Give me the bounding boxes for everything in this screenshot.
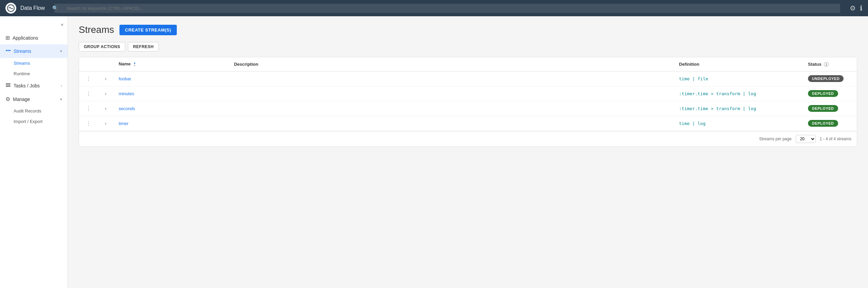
stream-name-link[interactable]: foobar bbox=[119, 76, 131, 81]
stream-name-link[interactable]: minutes bbox=[119, 91, 134, 96]
row-expand-button[interactable]: › bbox=[103, 75, 108, 82]
page-header: Streams CREATE STREAM(S) bbox=[79, 24, 857, 35]
sidebar-collapse-button[interactable]: « bbox=[0, 19, 68, 30]
row-name-cell: seconds bbox=[113, 101, 229, 116]
per-page-label: Streams per page bbox=[759, 137, 791, 141]
row-status-cell: DEPLOYED bbox=[803, 101, 857, 116]
stream-name-link[interactable]: timer bbox=[119, 121, 129, 126]
pagination-info: 1 - 4 of 4 streams bbox=[820, 137, 851, 141]
search-icon: 🔍 bbox=[52, 5, 58, 11]
row-actions-button[interactable]: ⋮ bbox=[84, 75, 93, 83]
status-badge: DEPLOYED bbox=[808, 120, 838, 127]
sidebar-item-audit-records[interactable]: Audit Records bbox=[0, 106, 68, 116]
search-input[interactable] bbox=[54, 4, 840, 13]
streams-table: Name ▲ ▼ Description Definition bbox=[79, 57, 857, 131]
sidebar-import-export-label: Import / Export bbox=[14, 119, 42, 124]
row-expand-button[interactable]: › bbox=[103, 120, 108, 127]
per-page-select[interactable]: 20 50 100 bbox=[796, 135, 816, 143]
svg-rect-6 bbox=[6, 86, 11, 87]
row-actions-cell: ⋮ bbox=[79, 86, 98, 101]
sidebar-streams-label: Streams bbox=[14, 48, 57, 54]
row-status-cell: UNDEPLOYED bbox=[803, 71, 857, 86]
sidebar-streams-sub-label: Streams bbox=[14, 61, 30, 66]
sidebar-runtime-label: Runtime bbox=[14, 71, 30, 76]
row-actions-button[interactable]: ⋮ bbox=[84, 120, 93, 127]
manage-arrow-icon: ▾ bbox=[60, 97, 62, 102]
status-info-icon[interactable]: ℹ bbox=[824, 62, 829, 67]
row-status-cell: DEPLOYED bbox=[803, 86, 857, 101]
tasks-icon bbox=[5, 82, 11, 89]
row-actions-button[interactable]: ⋮ bbox=[84, 90, 93, 98]
col-header-checkbox bbox=[79, 57, 98, 71]
col-header-definition: Definition bbox=[674, 57, 803, 71]
col-header-status: Status ℹ bbox=[803, 57, 857, 71]
sidebar-item-tasks[interactable]: Tasks / Jobs › bbox=[0, 79, 68, 92]
row-actions-cell: ⋮ bbox=[79, 71, 98, 86]
refresh-button[interactable]: REFRESH bbox=[128, 42, 159, 52]
definition-text: time | file bbox=[679, 76, 708, 81]
row-expand-cell: › bbox=[98, 116, 113, 131]
status-badge: UNDEPLOYED bbox=[808, 75, 844, 82]
row-expand-cell: › bbox=[98, 86, 113, 101]
svg-point-2 bbox=[7, 50, 9, 51]
row-name-cell: minutes bbox=[113, 86, 229, 101]
streams-icon bbox=[5, 48, 11, 55]
row-expand-button[interactable]: › bbox=[103, 90, 108, 97]
col-header-description: Description bbox=[229, 57, 674, 71]
row-description-cell bbox=[229, 101, 674, 116]
tasks-arrow-icon: › bbox=[61, 83, 62, 88]
app-title: Data Flow bbox=[20, 5, 45, 11]
page-title: Streams bbox=[79, 24, 114, 35]
sidebar-item-manage[interactable]: ⚙ Manage ▾ bbox=[0, 92, 68, 106]
sidebar-item-import-export[interactable]: Import / Export bbox=[0, 116, 68, 127]
table-row: ⋮ › seconds :timer.time > transform | lo… bbox=[79, 101, 857, 116]
row-expand-cell: › bbox=[98, 101, 113, 116]
sidebar-item-streams-sub[interactable]: Streams bbox=[0, 58, 68, 68]
layout: « ⊞ Applications Streams ▾ Streams bbox=[0, 16, 868, 288]
definition-text: :timer.time > transform | log bbox=[679, 91, 756, 96]
row-description-cell bbox=[229, 71, 674, 86]
table-row: ⋮ › foobar time | file UNDEPLOYED bbox=[79, 71, 857, 86]
sidebar-section-main: ⊞ Applications Streams ▾ Streams Runtime bbox=[0, 30, 68, 128]
col-header-name[interactable]: Name ▲ ▼ bbox=[113, 57, 229, 71]
search-wrap: 🔍 bbox=[49, 4, 846, 13]
table-body: ⋮ › foobar time | file UNDEPLOYED ⋮ › mi… bbox=[79, 71, 857, 131]
settings-icon[interactable]: ⚙ bbox=[850, 4, 856, 12]
row-description-cell bbox=[229, 86, 674, 101]
sidebar-item-streams[interactable]: Streams ▾ bbox=[0, 44, 68, 58]
streams-table-container: Name ▲ ▼ Description Definition bbox=[79, 57, 857, 147]
sidebar-audit-label: Audit Records bbox=[14, 108, 41, 114]
manage-icon: ⚙ bbox=[5, 96, 10, 102]
definition-text: time | log bbox=[679, 121, 705, 126]
sort-desc-icon: ▼ bbox=[133, 64, 136, 67]
table-row: ⋮ › minutes :timer.time > transform | lo… bbox=[79, 86, 857, 101]
sidebar-item-runtime[interactable]: Runtime bbox=[0, 68, 68, 79]
applications-icon: ⊞ bbox=[5, 35, 10, 41]
stream-name-link[interactable]: seconds bbox=[119, 106, 135, 111]
topbar-actions: ⚙ ℹ bbox=[850, 4, 863, 12]
row-actions-cell: ⋮ bbox=[79, 101, 98, 116]
row-expand-button[interactable]: › bbox=[103, 105, 108, 112]
status-badge: DEPLOYED bbox=[808, 105, 838, 112]
row-name-cell: timer bbox=[113, 116, 229, 131]
sidebar: « ⊞ Applications Streams ▾ Streams bbox=[0, 16, 68, 288]
definition-text: :timer.time > transform | log bbox=[679, 106, 756, 111]
group-actions-button[interactable]: GROUP ACTIONS bbox=[79, 42, 125, 52]
streams-arrow-icon: ▾ bbox=[60, 49, 62, 54]
row-definition-cell: time | file bbox=[674, 71, 803, 86]
svg-point-3 bbox=[9, 50, 11, 51]
row-actions-button[interactable]: ⋮ bbox=[84, 105, 93, 112]
row-status-cell: DEPLOYED bbox=[803, 116, 857, 131]
status-badge: DEPLOYED bbox=[808, 90, 838, 97]
sidebar-item-applications[interactable]: ⊞ Applications bbox=[0, 31, 68, 44]
sidebar-manage-label: Manage bbox=[13, 97, 57, 102]
table-footer: Streams per page 20 50 100 1 - 4 of 4 st… bbox=[79, 131, 857, 146]
toolbar: GROUP ACTIONS REFRESH bbox=[79, 42, 857, 52]
svg-rect-5 bbox=[6, 85, 11, 85]
row-definition-cell: :timer.time > transform | log bbox=[674, 101, 803, 116]
table-row: ⋮ › timer time | log DEPLOYED bbox=[79, 116, 857, 131]
create-streams-button[interactable]: CREATE STREAM(S) bbox=[119, 25, 176, 35]
row-expand-cell: › bbox=[98, 71, 113, 86]
info-icon[interactable]: ℹ bbox=[860, 4, 863, 12]
topbar: Data Flow 🔍 ⚙ ℹ bbox=[0, 0, 868, 16]
